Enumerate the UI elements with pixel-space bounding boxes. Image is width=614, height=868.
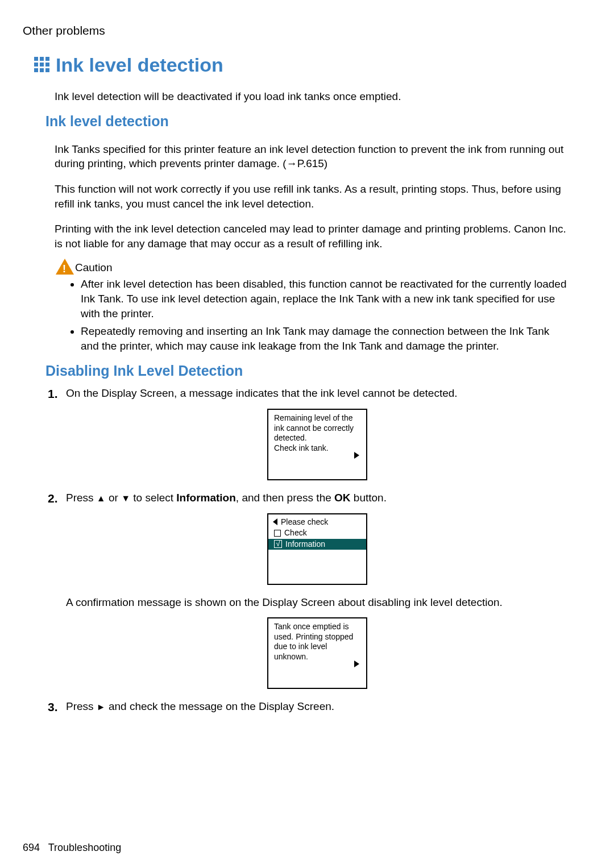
page-footer: 694 Troubleshooting <box>23 841 121 854</box>
footer-section: Troubleshooting <box>48 842 121 853</box>
arrow-right-icon-2 <box>354 661 359 667</box>
page-title-row: Ink level detection <box>34 52 591 78</box>
step1-text: On the Display Screen, a message indicat… <box>66 387 458 399</box>
caution-item-2: Repeatedly removing and inserting an Ink… <box>81 324 569 353</box>
page-number: 694 <box>23 842 40 853</box>
step-2: Press ▲ or ▼ to select Information, and … <box>48 491 569 689</box>
menu-checkbox-icon <box>274 530 281 537</box>
lcd-screen-2: Please check Check √ Information <box>267 513 367 585</box>
step-3: Press ► and check the message on the Dis… <box>48 699 569 714</box>
step3-post: and check the message on the Display Scr… <box>106 700 334 712</box>
step2-after: A confirmation message is shown on the D… <box>66 595 569 610</box>
menu-root-icon: √ <box>274 540 282 548</box>
step2-bold-info: Information <box>176 492 236 504</box>
grid-dots-icon <box>34 57 51 74</box>
menu-row-information: √ Information <box>268 539 366 550</box>
step2-mid2: to select <box>130 492 176 504</box>
lcd-message-1: Remaining level of the ink cannot be cor… <box>274 413 360 453</box>
breadcrumb: Other problems <box>23 23 591 39</box>
lcd-screen-3: Tank once emptied is used. Printing stop… <box>267 617 367 689</box>
menu-row-header: Please check <box>268 517 366 528</box>
arrow-right-symbol-icon: ► <box>97 702 106 712</box>
lcd-message-3: Tank once emptied is used. Printing stop… <box>274 622 360 662</box>
step3-pre: Press <box>66 700 97 712</box>
menu-check-label: Check <box>284 528 307 538</box>
section1-p2: This function will not work correctly if… <box>55 182 569 211</box>
page-title: Ink level detection <box>56 52 223 78</box>
section-heading-disable: Disabling Ink Level Detection <box>45 362 591 381</box>
step2-bold-ok: OK <box>334 492 351 504</box>
caution-list: After ink level detection has been disab… <box>68 277 569 353</box>
menu-header-label: Please check <box>281 517 328 528</box>
lcd-screen-1: Remaining level of the ink cannot be cor… <box>267 409 367 480</box>
section1-p1: Ink Tanks specified for this printer fea… <box>55 142 569 171</box>
section1-p3: Printing with the ink level detection ca… <box>55 222 569 251</box>
arrow-right-icon <box>354 452 359 459</box>
step2-pre: Press <box>66 492 97 504</box>
caution-header: Caution <box>56 259 591 275</box>
caution-icon <box>56 259 74 275</box>
step2-post: button. <box>351 492 387 504</box>
steps-list: On the Display Screen, a message indicat… <box>48 386 569 714</box>
caution-item-1: After ink level detection has been disab… <box>81 277 569 321</box>
section-heading-detection: Ink level detection <box>45 112 591 131</box>
intro-text: Ink level detection will be deactivated … <box>55 89 569 104</box>
step2-mid1: or <box>106 492 121 504</box>
caution-label: Caution <box>75 260 113 275</box>
menu-row-check: Check <box>268 528 366 539</box>
arrow-down-icon: ▼ <box>121 493 130 503</box>
arrow-up-icon: ▲ <box>97 493 106 503</box>
menu-arrow-left-icon <box>273 518 277 525</box>
step-1: On the Display Screen, a message indicat… <box>48 386 569 480</box>
step2-mid3: , and then press the <box>236 492 334 504</box>
menu-information-label: Information <box>285 539 325 550</box>
